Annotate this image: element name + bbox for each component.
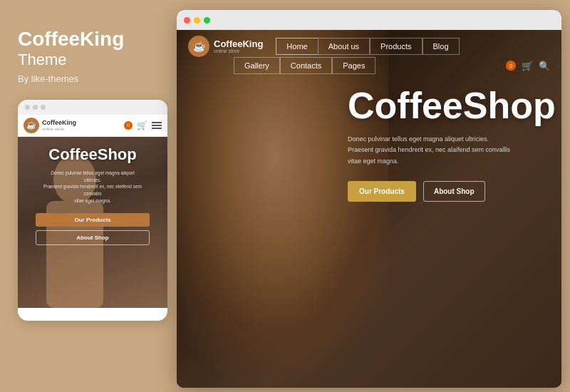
desktop-hero-description: Donec pulvinar tellus eget magna aliquet…: [348, 134, 547, 167]
desktop-our-products-button[interactable]: Our Products: [348, 181, 416, 202]
desktop-nav-tab-pages[interactable]: Pages: [332, 57, 375, 74]
mobile-our-products-button[interactable]: Our Products: [36, 213, 150, 227]
hamburger-icon[interactable]: [152, 122, 162, 129]
desktop-titlebar: [177, 10, 561, 30]
brand-title-line2: Theme: [18, 51, 159, 69]
desktop-dot-yellow[interactable]: [194, 17, 200, 24]
mobile-logo-sub: online store: [42, 127, 76, 131]
desktop-dot-red[interactable]: [184, 17, 190, 24]
mobile-about-shop-button[interactable]: About Shop: [36, 230, 150, 245]
hamburger-line-3: [152, 128, 162, 129]
mobile-nav: ☕ CoffeeKing online store 0 🛒: [18, 115, 167, 137]
desktop-nav-tab-blog[interactable]: Blog: [423, 38, 460, 55]
desktop-mockup: ☕ CoffeeKing online store Home About us …: [177, 10, 561, 388]
desktop-logo-tagline: online store: [214, 48, 263, 53]
mobile-titlebar: [18, 100, 167, 115]
desktop-logo-text-wrap: CoffeeKing online store: [214, 39, 263, 53]
mobile-mockup: ☕ CoffeeKing online store 0 🛒 Cof: [18, 100, 167, 321]
desktop-content: ☕ CoffeeKing online store Home About us …: [177, 30, 561, 388]
desktop-nav-tabs-row1: Home About us Products Blog: [276, 38, 550, 55]
desktop-logo-name: CoffeeKing: [214, 39, 263, 48]
mobile-logo-text-wrap: CoffeeKing online store: [42, 120, 76, 131]
brand-by: By like-themes: [18, 73, 159, 84]
mobile-hero-description: Donec pulvinar tellus eget magna aliquet…: [43, 170, 142, 205]
desktop-nav-tab-contacts[interactable]: Contacts: [280, 57, 332, 74]
hamburger-line-2: [152, 125, 162, 126]
desktop-navigation: ☕ CoffeeKing online store Home About us …: [177, 30, 561, 74]
mobile-logo-name: CoffeeKing: [42, 120, 76, 127]
desktop-nav-tab-about[interactable]: About us: [318, 38, 370, 55]
desktop-nav-tab-home[interactable]: Home: [276, 38, 317, 55]
desktop-cta-row: Our Products About Shop: [348, 181, 547, 202]
mobile-hero-content: CoffeeShop Donec pulvinar tellus eget ma…: [18, 137, 167, 308]
desktop-nav-tab-products[interactable]: Products: [370, 38, 422, 55]
desktop-cart-badge[interactable]: 0: [506, 61, 516, 71]
brand-title-line1: CoffeeKing: [18, 29, 159, 51]
mobile-logo: ☕ CoffeeKing online store: [24, 118, 76, 133]
desktop-nav-right-icons: 0 🛒 🔍: [506, 61, 550, 71]
desktop-nav-top-row: ☕ CoffeeKing online store Home About us …: [177, 30, 561, 57]
hamburger-line-1: [152, 122, 162, 123]
desktop-logo: ☕ CoffeeKing online store: [188, 36, 263, 57]
desktop-person-shape: [177, 30, 388, 388]
desktop-hero-title: CoffeeShop: [348, 87, 547, 124]
desktop-cart-icon[interactable]: 🛒: [522, 61, 533, 71]
desktop-logo-icon: ☕: [188, 36, 209, 57]
mobile-dot-2: [33, 105, 38, 110]
desktop-hero-content: CoffeeShop Donec pulvinar tellus eget ma…: [348, 87, 547, 202]
mobile-nav-right: 0 🛒: [124, 120, 162, 130]
mobile-hero-title: CoffeeShop: [48, 145, 136, 164]
desktop-nav-second-row: Gallery Contacts Pages 0 🛒 🔍: [177, 57, 561, 74]
left-panel: CoffeeKing Theme By like-themes ☕ Coffee…: [0, 0, 177, 392]
desktop-nav-tab-gallery[interactable]: Gallery: [234, 57, 280, 74]
mobile-dot-3: [41, 105, 46, 110]
mobile-hero: CoffeeShop Donec pulvinar tellus eget ma…: [18, 137, 167, 308]
desktop-about-shop-button[interactable]: About Shop: [423, 181, 485, 202]
desktop-search-icon[interactable]: 🔍: [539, 61, 550, 71]
desktop-person-area: [177, 30, 388, 388]
mobile-cta-row: Our Products About Shop: [25, 213, 160, 245]
desktop-dot-green[interactable]: [204, 17, 210, 24]
mobile-dot-1: [25, 105, 30, 110]
mobile-cart-badge[interactable]: 0: [124, 121, 133, 130]
mobile-logo-icon: ☕: [24, 118, 39, 133]
brand-name: CoffeeKing Theme: [18, 29, 159, 73]
mobile-cart-icon[interactable]: 🛒: [137, 120, 147, 130]
